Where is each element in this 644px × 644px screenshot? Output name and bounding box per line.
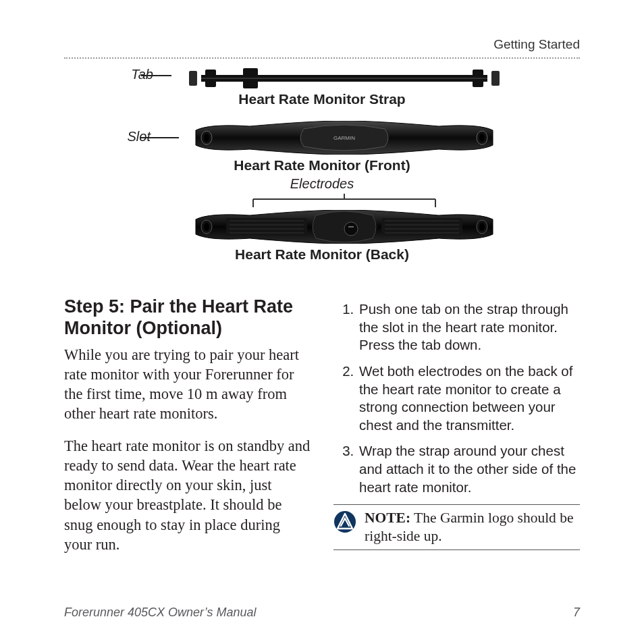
callout-tab-text: Tab [131,67,153,82]
page-footer: Forerunner 405CX Owner’s Manual 7 [64,606,580,620]
manual-title: Forerunner 405CX Owner’s Manual [64,606,256,620]
hrm-front-illustration: GARMIN [189,121,500,155]
step-heading: Step 5: Pair the Heart Rate Monitor (Opt… [64,296,311,340]
intro-para-1: While you are trying to pair your heart … [64,345,311,424]
callout-slot-line [140,137,179,138]
note-label: NOTE: [365,510,410,526]
label-electrodes: Electrodes [64,176,580,192]
note-icon [333,510,356,533]
body-columns: Step 5: Pair the Heart Rate Monitor (Opt… [64,296,580,566]
caption-strap: Heart Rate Monitor Strap [64,91,580,107]
hrm-back-illustration [189,210,500,244]
list-item: Wrap the strap around your chest and att… [358,442,580,496]
list-item: Push one tab on the strap through the sl… [358,300,580,354]
svg-rect-1 [189,71,197,86]
note-text: NOTE: The Garmin logo should be right-si… [365,509,580,545]
page-number: 7 [573,606,580,620]
note-box: NOTE: The Garmin logo should be right-si… [333,504,580,550]
right-column: Push one tab on the strap through the sl… [333,296,580,566]
svg-rect-26 [348,226,354,227]
svg-point-10 [479,134,485,142]
running-header: Getting Started [64,37,580,57]
callout-tab-line [141,75,171,76]
callout-slot-text: Slot [128,129,151,144]
manual-page: Getting Started Tab Heart Rate Monitor S… [0,0,644,644]
caption-back: Heart Rate Monitor (Back) [64,246,580,263]
garmin-brand-text: GARMIN [333,135,355,141]
svg-point-13 [204,223,209,231]
svg-point-14 [479,223,485,231]
header-rule [64,57,580,59]
callout-slot: Slot [110,129,151,144]
hrm-strap-illustration [189,67,500,90]
svg-point-9 [204,134,209,142]
instruction-list: Push one tab on the strap through the sl… [333,300,580,496]
list-item: Wet both electrodes on the back of the h… [358,363,580,435]
left-column: Step 5: Pair the Heart Rate Monitor (Opt… [64,296,311,566]
svg-rect-2 [491,71,500,86]
callout-tab: Tab [113,67,153,82]
intro-para-2: The heart rate monitor is on standby and… [64,436,311,555]
svg-point-25 [344,222,358,236]
caption-front: Heart Rate Monitor (Front) [64,157,580,173]
hrm-diagram: Tab Heart Rate Monitor Strap Slot [64,63,580,292]
